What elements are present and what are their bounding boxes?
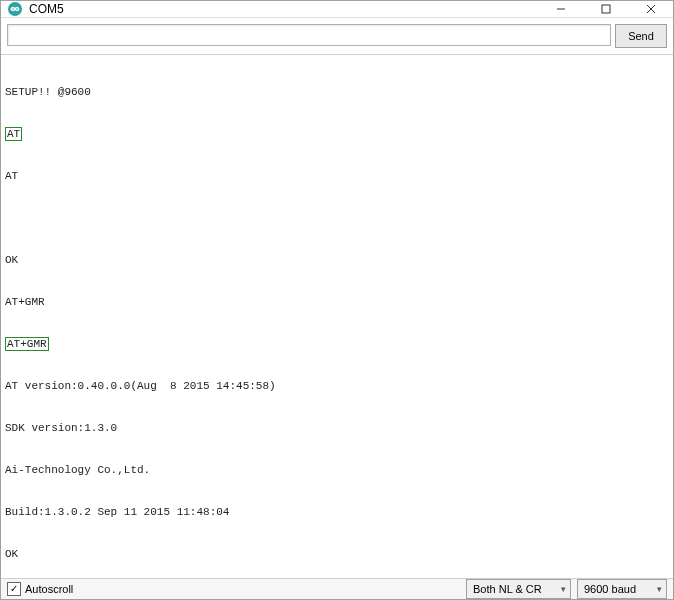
baud-rate-value: 9600 baud — [584, 583, 636, 595]
line-ending-value: Both NL & CR — [473, 583, 542, 595]
output-line: AT+GMR — [5, 337, 669, 351]
output-line: AT — [5, 127, 669, 141]
output-line: Build:1.3.0.2 Sep 11 2015 11:48:04 — [5, 505, 669, 519]
window-title: COM5 — [29, 2, 538, 16]
chevron-down-icon: ▾ — [657, 584, 662, 594]
output-line: AT version:0.40.0.0(Aug 8 2015 14:45:58) — [5, 379, 669, 393]
autoscroll-label: Autoscroll — [25, 583, 73, 595]
send-button[interactable]: Send — [615, 24, 667, 48]
baud-rate-select[interactable]: 9600 baud ▾ — [577, 579, 667, 599]
output-line: AT — [5, 169, 669, 183]
echo-marker: AT — [5, 127, 22, 141]
output-line: OK — [5, 547, 669, 561]
app-icon — [7, 1, 23, 17]
close-button[interactable] — [628, 1, 673, 17]
window-buttons — [538, 1, 673, 17]
output-line: SDK version:1.3.0 — [5, 421, 669, 435]
output-line — [5, 211, 669, 225]
footer: ✓ Autoscroll Both NL & CR ▾ 9600 baud ▾ — [1, 578, 673, 599]
output-line: AT+GMR — [5, 295, 669, 309]
output-line: Ai-Technology Co.,Ltd. — [5, 463, 669, 477]
serial-monitor-window: COM5 Send SETUP!! @9600 AT AT OK AT+GMR … — [0, 0, 674, 600]
output-line: SETUP!! @9600 — [5, 85, 669, 99]
maximize-button[interactable] — [583, 1, 628, 17]
send-toolbar: Send — [1, 18, 673, 55]
svg-rect-2 — [602, 5, 610, 13]
titlebar: COM5 — [1, 1, 673, 18]
output-line: OK — [5, 253, 669, 267]
autoscroll-toggle[interactable]: ✓ Autoscroll — [7, 582, 460, 596]
serial-output: SETUP!! @9600 AT AT OK AT+GMR AT+GMR AT … — [1, 55, 673, 578]
check-icon: ✓ — [7, 582, 21, 596]
minimize-button[interactable] — [538, 1, 583, 17]
command-input[interactable] — [7, 24, 611, 46]
echo-marker: AT+GMR — [5, 337, 49, 351]
line-ending-select[interactable]: Both NL & CR ▾ — [466, 579, 571, 599]
chevron-down-icon: ▾ — [561, 584, 566, 594]
